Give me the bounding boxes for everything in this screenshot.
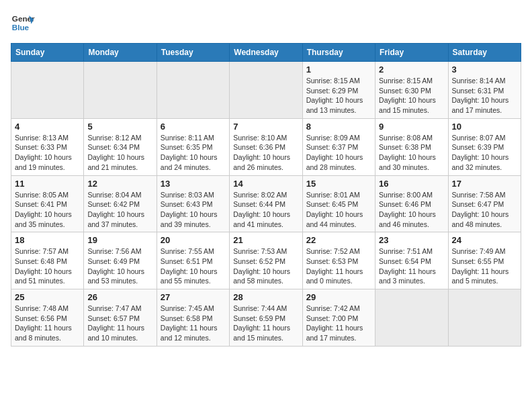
weekday-header-row: SundayMondayTuesdayWednesdayThursdayFrid… <box>11 44 521 62</box>
day-info: Sunrise: 7:51 AM Sunset: 6:54 PM Dayligh… <box>379 246 444 286</box>
calendar-cell: 18Sunrise: 7:57 AM Sunset: 6:48 PM Dayli… <box>11 232 84 289</box>
day-number: 26 <box>87 292 152 302</box>
day-info: Sunrise: 7:57 AM Sunset: 6:48 PM Dayligh… <box>15 246 80 286</box>
day-number: 12 <box>87 179 152 189</box>
day-number: 15 <box>306 179 371 189</box>
day-number: 13 <box>161 179 226 189</box>
calendar-cell: 12Sunrise: 8:04 AM Sunset: 6:42 PM Dayli… <box>84 175 157 232</box>
day-number: 27 <box>161 292 226 302</box>
calendar-week-row: 11Sunrise: 8:05 AM Sunset: 6:41 PM Dayli… <box>11 175 521 232</box>
calendar-cell: 20Sunrise: 7:55 AM Sunset: 6:51 PM Dayli… <box>157 232 229 289</box>
day-info: Sunrise: 8:05 AM Sunset: 6:41 PM Dayligh… <box>15 190 80 230</box>
calendar-week-row: 18Sunrise: 7:57 AM Sunset: 6:48 PM Dayli… <box>11 232 521 289</box>
calendar-cell <box>157 62 229 119</box>
weekday-header-sunday: Sunday <box>11 44 84 62</box>
day-info: Sunrise: 7:58 AM Sunset: 6:47 PM Dayligh… <box>452 190 517 230</box>
weekday-header-saturday: Saturday <box>448 44 521 62</box>
day-number: 19 <box>87 235 152 245</box>
calendar-cell: 9Sunrise: 8:08 AM Sunset: 6:38 PM Daylig… <box>375 118 448 175</box>
day-info: Sunrise: 8:03 AM Sunset: 6:43 PM Dayligh… <box>161 190 226 230</box>
calendar-week-row: 1Sunrise: 8:15 AM Sunset: 6:29 PM Daylig… <box>11 62 521 119</box>
day-number: 3 <box>452 64 517 75</box>
calendar-cell: 6Sunrise: 8:11 AM Sunset: 6:35 PM Daylig… <box>157 118 229 175</box>
day-info: Sunrise: 7:56 AM Sunset: 6:49 PM Dayligh… <box>87 246 152 286</box>
calendar-cell: 4Sunrise: 8:13 AM Sunset: 6:33 PM Daylig… <box>11 118 84 175</box>
calendar-table: SundayMondayTuesdayWednesdayThursdayFrid… <box>11 43 521 347</box>
calendar-cell <box>448 289 521 347</box>
calendar-cell: 23Sunrise: 7:51 AM Sunset: 6:54 PM Dayli… <box>375 232 448 289</box>
calendar-cell: 25Sunrise: 7:48 AM Sunset: 6:56 PM Dayli… <box>11 289 84 347</box>
calendar-cell <box>84 62 157 119</box>
day-info: Sunrise: 8:10 AM Sunset: 6:36 PM Dayligh… <box>233 133 298 173</box>
day-info: Sunrise: 8:00 AM Sunset: 6:46 PM Dayligh… <box>379 190 444 230</box>
day-number: 7 <box>233 122 298 132</box>
calendar-cell: 7Sunrise: 8:10 AM Sunset: 6:36 PM Daylig… <box>230 118 302 175</box>
day-info: Sunrise: 8:02 AM Sunset: 6:44 PM Dayligh… <box>233 190 298 230</box>
day-info: Sunrise: 8:14 AM Sunset: 6:31 PM Dayligh… <box>452 76 517 116</box>
day-number: 23 <box>379 235 444 245</box>
day-number: 24 <box>452 235 517 245</box>
calendar-cell: 16Sunrise: 8:00 AM Sunset: 6:46 PM Dayli… <box>375 175 448 232</box>
day-number: 9 <box>379 122 444 132</box>
calendar-week-row: 25Sunrise: 7:48 AM Sunset: 6:56 PM Dayli… <box>11 289 521 347</box>
calendar-cell: 27Sunrise: 7:45 AM Sunset: 6:58 PM Dayli… <box>157 289 229 347</box>
day-number: 11 <box>15 179 80 189</box>
logo: General Blue <box>11 11 35 35</box>
calendar-cell: 5Sunrise: 8:12 AM Sunset: 6:34 PM Daylig… <box>84 118 157 175</box>
calendar-week-row: 4Sunrise: 8:13 AM Sunset: 6:33 PM Daylig… <box>11 118 521 175</box>
logo-icon: General Blue <box>11 11 35 35</box>
day-info: Sunrise: 7:55 AM Sunset: 6:51 PM Dayligh… <box>161 246 226 286</box>
page-header: General Blue <box>11 11 521 35</box>
calendar-cell: 2Sunrise: 8:15 AM Sunset: 6:30 PM Daylig… <box>375 62 448 119</box>
day-info: Sunrise: 8:13 AM Sunset: 6:33 PM Dayligh… <box>15 133 80 173</box>
weekday-header-friday: Friday <box>375 44 448 62</box>
day-info: Sunrise: 8:09 AM Sunset: 6:37 PM Dayligh… <box>306 133 371 173</box>
weekday-header-monday: Monday <box>84 44 157 62</box>
day-info: Sunrise: 7:49 AM Sunset: 6:55 PM Dayligh… <box>452 246 517 286</box>
calendar-cell: 29Sunrise: 7:42 AM Sunset: 7:00 PM Dayli… <box>302 289 375 347</box>
day-info: Sunrise: 8:15 AM Sunset: 6:30 PM Dayligh… <box>379 76 444 116</box>
day-number: 29 <box>306 292 371 302</box>
calendar-cell: 11Sunrise: 8:05 AM Sunset: 6:41 PM Dayli… <box>11 175 84 232</box>
calendar-cell: 3Sunrise: 8:14 AM Sunset: 6:31 PM Daylig… <box>448 62 521 119</box>
weekday-header-tuesday: Tuesday <box>157 44 229 62</box>
day-info: Sunrise: 7:45 AM Sunset: 6:58 PM Dayligh… <box>161 304 226 343</box>
day-number: 1 <box>306 64 371 75</box>
day-info: Sunrise: 8:12 AM Sunset: 6:34 PM Dayligh… <box>87 133 152 173</box>
day-number: 18 <box>15 235 80 245</box>
calendar-cell <box>375 289 448 347</box>
calendar-cell: 26Sunrise: 7:47 AM Sunset: 6:57 PM Dayli… <box>84 289 157 347</box>
day-number: 16 <box>379 179 444 189</box>
calendar-cell: 10Sunrise: 8:07 AM Sunset: 6:39 PM Dayli… <box>448 118 521 175</box>
day-number: 28 <box>233 292 298 302</box>
calendar-cell: 24Sunrise: 7:49 AM Sunset: 6:55 PM Dayli… <box>448 232 521 289</box>
day-number: 21 <box>233 235 298 245</box>
calendar-cell: 17Sunrise: 7:58 AM Sunset: 6:47 PM Dayli… <box>448 175 521 232</box>
day-info: Sunrise: 8:04 AM Sunset: 6:42 PM Dayligh… <box>87 190 152 230</box>
day-number: 20 <box>161 235 226 245</box>
day-number: 5 <box>87 122 152 132</box>
calendar-cell: 15Sunrise: 8:01 AM Sunset: 6:45 PM Dayli… <box>302 175 375 232</box>
day-number: 6 <box>161 122 226 132</box>
weekday-header-wednesday: Wednesday <box>230 44 302 62</box>
day-number: 8 <box>306 122 371 132</box>
day-info: Sunrise: 8:01 AM Sunset: 6:45 PM Dayligh… <box>306 190 371 230</box>
calendar-cell: 28Sunrise: 7:44 AM Sunset: 6:59 PM Dayli… <box>230 289 302 347</box>
calendar-cell: 22Sunrise: 7:52 AM Sunset: 6:53 PM Dayli… <box>302 232 375 289</box>
day-number: 14 <box>233 179 298 189</box>
calendar-cell: 13Sunrise: 8:03 AM Sunset: 6:43 PM Dayli… <box>157 175 229 232</box>
day-info: Sunrise: 7:44 AM Sunset: 6:59 PM Dayligh… <box>233 304 298 343</box>
day-number: 22 <box>306 235 371 245</box>
calendar-cell: 14Sunrise: 8:02 AM Sunset: 6:44 PM Dayli… <box>230 175 302 232</box>
calendar-cell <box>230 62 302 119</box>
day-number: 10 <box>452 122 517 132</box>
day-info: Sunrise: 7:48 AM Sunset: 6:56 PM Dayligh… <box>15 304 80 343</box>
day-info: Sunrise: 8:15 AM Sunset: 6:29 PM Dayligh… <box>306 76 371 116</box>
weekday-header-thursday: Thursday <box>302 44 375 62</box>
day-info: Sunrise: 8:07 AM Sunset: 6:39 PM Dayligh… <box>452 133 517 173</box>
calendar-cell: 19Sunrise: 7:56 AM Sunset: 6:49 PM Dayli… <box>84 232 157 289</box>
day-info: Sunrise: 7:42 AM Sunset: 7:00 PM Dayligh… <box>306 304 371 343</box>
day-number: 17 <box>452 179 517 189</box>
day-number: 4 <box>15 122 80 132</box>
day-info: Sunrise: 7:53 AM Sunset: 6:52 PM Dayligh… <box>233 246 298 286</box>
